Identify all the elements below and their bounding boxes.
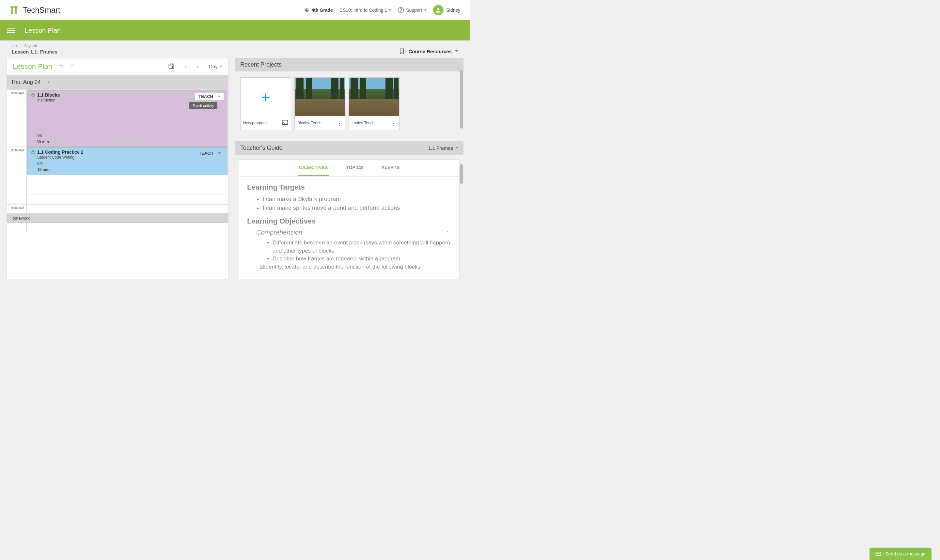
event-subtitle: Student Code Writing: [37, 155, 83, 160]
drag-handle[interactable]: ══: [125, 140, 130, 145]
comprehension-heading: Comprehension: [256, 229, 451, 236]
course-name: CS10: Intro to Coding 1: [340, 8, 387, 13]
calendar-button[interactable]: [168, 63, 175, 71]
target-item: I can make sprites move around and perfo…: [263, 204, 451, 212]
user-name: Sidney: [446, 8, 460, 13]
learning-objectives-heading: Learning Objectives: [247, 217, 451, 226]
teach-button[interactable]: TEACH: [195, 149, 224, 157]
header-right: 4th Grade CS10: Intro to Coding 1 Suppor…: [304, 5, 460, 15]
svg-rect-13: [7, 32, 15, 33]
project-menu-button[interactable]: ⋮: [391, 122, 397, 125]
support-link[interactable]: Support: [397, 7, 426, 13]
user-menu[interactable]: Sidney: [433, 5, 460, 15]
svg-marker-6: [307, 10, 309, 12]
svg-marker-7: [305, 10, 307, 12]
event-block-1[interactable]: 1.1 Blocks Instruction TEACH Teach activ…: [27, 90, 228, 146]
view-selector[interactable]: Day: [209, 63, 222, 70]
svg-rect-18: [172, 66, 173, 68]
right-panel: Recent Projects + New program: [235, 58, 463, 279]
homework-row: Homework: [7, 214, 228, 223]
project-label: Looks: Teach: [352, 121, 375, 125]
event-progress: 0/6: [37, 134, 49, 138]
plus-icon: +: [261, 88, 270, 106]
chevron-down-icon: [218, 152, 221, 154]
breadcrumb-lesson: Lesson 1.1: Frames: [12, 49, 57, 54]
event-duration: 15 min: [37, 168, 224, 172]
svg-point-9: [401, 11, 401, 12]
prev-day-button[interactable]: ‹: [183, 63, 189, 71]
guide-tabs: OBJECTIVES TOPICS ALERTS: [239, 160, 459, 177]
chevron-down-icon: [220, 66, 222, 67]
svg-point-22: [282, 125, 283, 125]
teachers-guide-header: Teacher's Guide 1.1 Frames: [235, 141, 463, 155]
event-subtitle: Instruction: [37, 98, 60, 103]
breadcrumb: Unit 1: Skylark Lesson 1.1: Frames: [12, 44, 57, 54]
learning-targets-heading: Learning Targets: [247, 183, 451, 192]
project-card[interactable]: Blocks: Teach ⋮: [294, 77, 345, 130]
support-text: Support: [406, 8, 422, 13]
brand-name: TechSmart: [23, 6, 60, 15]
teach-button[interactable]: TEACH: [195, 92, 224, 100]
undo-button[interactable]: [59, 63, 64, 70]
avatar: [433, 5, 443, 15]
page-title: Lesson Plan: [25, 27, 61, 34]
project-label: Blocks: Teach: [297, 121, 322, 125]
scrollbar[interactable]: [460, 70, 463, 129]
objective-item: Describe how frames are repeated within …: [272, 255, 451, 263]
course-resources-button[interactable]: Course Resources: [398, 48, 458, 54]
objective-item-expandable[interactable]: ⊞Identify, locate, and describe the func…: [266, 263, 451, 271]
svg-rect-3: [15, 6, 17, 14]
course-resources-label: Course Resources: [408, 49, 452, 54]
lock-icon: [31, 92, 35, 98]
date-label: Thu, Aug 24: [11, 79, 41, 86]
next-day-button[interactable]: ›: [195, 63, 201, 71]
collapse-button[interactable]: ⌃: [445, 230, 449, 236]
logo-icon: [10, 6, 19, 15]
cast-icon[interactable]: [282, 120, 288, 127]
svg-rect-19: [32, 94, 34, 96]
svg-rect-1: [11, 6, 13, 14]
grade-text: 4th Grade: [311, 8, 332, 13]
chevron-down-icon: [388, 9, 391, 11]
recent-projects-header: Recent Projects: [235, 58, 463, 71]
svg-rect-11: [7, 28, 15, 29]
top-header: TechSmart 4th Grade CS10: Intro to Codin…: [0, 0, 470, 20]
scrollbar[interactable]: [460, 164, 463, 184]
course-selector[interactable]: CS10: Intro to Coding 1: [340, 8, 391, 13]
teach-tooltip: Teach activity: [189, 102, 217, 109]
tab-alerts[interactable]: ALERTS: [380, 160, 401, 176]
date-header[interactable]: Thu, Aug 24: [7, 75, 228, 89]
svg-rect-20: [32, 151, 34, 153]
event-title: 1.1 Coding Practice 2: [37, 149, 83, 155]
logo-area[interactable]: TechSmart: [10, 6, 60, 15]
tab-topics[interactable]: TOPICS: [345, 160, 364, 176]
guide-context: 1.1 Frames: [428, 145, 453, 151]
breadcrumb-unit: Unit 1: Skylark: [12, 44, 57, 48]
project-menu-button[interactable]: ⋮: [337, 122, 342, 125]
objective-item: Differentiate between an event block (sa…: [272, 239, 451, 255]
chevron-down-icon: [455, 50, 458, 52]
grade-badge: 4th Grade: [304, 8, 332, 13]
chevron-down-icon: [455, 147, 458, 149]
project-card[interactable]: Looks: Teach ⋮: [349, 77, 400, 130]
event-block-2[interactable]: 1.1 Coding Practice 2 Student Code Writi…: [27, 147, 228, 175]
menu-button[interactable]: [7, 26, 15, 34]
grade-icon: [304, 8, 309, 13]
calendar-icon: [168, 63, 175, 69]
guide-context-selector[interactable]: 1.1 Frames: [428, 145, 458, 151]
event-progress: 0/6: [37, 162, 224, 166]
tab-objectives[interactable]: OBJECTIVES: [298, 160, 329, 176]
chevron-down-icon: [47, 82, 50, 83]
teachers-guide-title: Teacher's Guide: [240, 145, 283, 151]
chevron-down-icon: [218, 95, 220, 97]
hamburger-icon: [7, 26, 15, 34]
svg-point-10: [437, 8, 440, 10]
event-title: 1.1 Blocks: [37, 92, 60, 98]
project-thumbnail: [295, 78, 345, 116]
main-content: Lesson Plan ‹ › Day Thu, Aug 24: [0, 58, 470, 279]
svg-marker-5: [307, 8, 309, 10]
project-card-new[interactable]: + New program: [240, 77, 291, 130]
help-icon: [397, 7, 404, 13]
redo-button[interactable]: [70, 63, 75, 70]
person-icon: [435, 7, 442, 13]
